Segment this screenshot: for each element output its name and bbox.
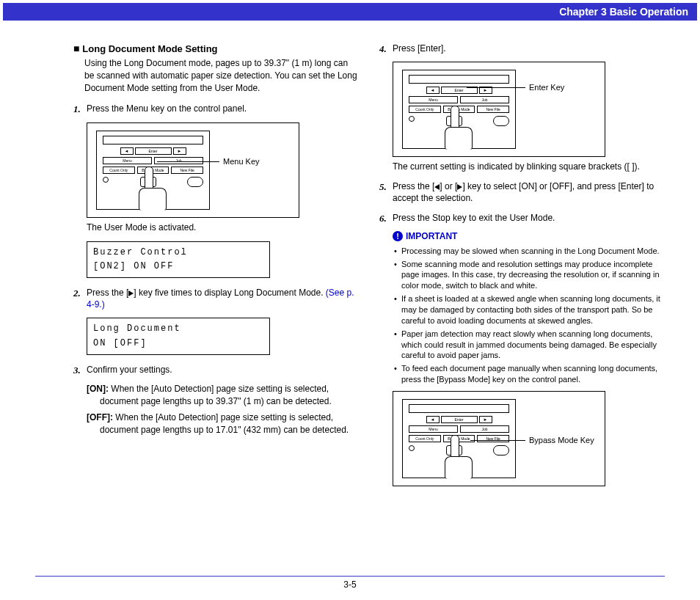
- callout-line: [470, 440, 525, 441]
- step-5: 5. Press the [] or [] key to select [ON]…: [379, 180, 663, 204]
- footer-divider: [35, 576, 665, 577]
- intro-paragraph: Using the Long Document mode, pages up t…: [84, 57, 357, 94]
- important-item: Some scanning mode and resolution settin…: [394, 259, 663, 292]
- callout-label-menu: Menu Key: [223, 157, 260, 166]
- control-panel-figure-2: ◄ Enter ► Menu Job Count Only Bypass Mod…: [393, 62, 605, 157]
- newfile-key: New File: [477, 106, 509, 113]
- led-icon: [103, 177, 109, 183]
- newfile-key: New File: [477, 435, 509, 442]
- lcd-screen: [103, 136, 203, 144]
- lcd-screen: [409, 404, 509, 413]
- left-arrow-key: ◄: [426, 416, 440, 423]
- lcd-line-2: ON [OFF]: [93, 337, 263, 351]
- step-2: 2. Press the [] key five times to displa…: [73, 287, 357, 310]
- left-arrow-key: ◄: [426, 87, 440, 94]
- important-item: To feed each document page manually when…: [394, 363, 663, 385]
- job-key: Job: [460, 96, 509, 103]
- step-text-a: Press the [: [393, 181, 434, 191]
- square-bullet-icon: ■: [73, 43, 82, 54]
- lcd-screen: [409, 75, 509, 84]
- off-label: [OFF]:: [87, 412, 113, 422]
- step-number: 1.: [73, 103, 81, 116]
- off-definition: [OFF]: When the [Auto Detection] page si…: [100, 411, 357, 436]
- control-panel-figure-1: ◄ Enter ► Menu Job Count Only Bypass Mod…: [87, 122, 299, 218]
- hand-pointer-icon: [443, 435, 473, 479]
- important-label: IMPORTANT: [406, 231, 457, 241]
- page-footer: 3-5: [0, 576, 700, 590]
- important-header: ! IMPORTANT: [393, 231, 663, 241]
- panel-inner: ◄ Enter ► Menu Job Count Only Bypass Mod…: [402, 399, 516, 478]
- menu-key: Menu: [409, 425, 458, 433]
- step-6: 6. Press the Stop key to exit the User M…: [379, 212, 663, 224]
- step-text: Press the Menu key on the control panel.: [87, 103, 247, 114]
- start-button: [187, 177, 203, 187]
- chapter-header: Chapter 3 Basic Operation: [3, 3, 697, 21]
- enter-key: Enter: [441, 416, 478, 423]
- led-icon: [409, 116, 415, 122]
- job-key: Job: [460, 425, 509, 433]
- lcd-display-1: Buzzer Control [ON2] ON OFF: [87, 241, 270, 278]
- step-4: 4. Press [Enter].: [379, 43, 663, 54]
- page-number: 3-5: [343, 579, 356, 590]
- step-text-a: Press the [: [87, 288, 128, 298]
- hand-pointer-icon: [137, 167, 167, 211]
- important-icon: !: [393, 231, 403, 241]
- right-arrow-key: ►: [479, 416, 492, 423]
- step-number: 3.: [73, 364, 81, 377]
- important-item: Paper jam detection may react slowly whe…: [394, 329, 663, 362]
- step-number: 5.: [379, 180, 387, 194]
- callout-label-enter: Enter Key: [529, 83, 564, 92]
- step-text-b: ] or [: [440, 181, 457, 191]
- callout-line: [157, 161, 219, 162]
- right-arrow-key: ►: [173, 147, 186, 155]
- panel-inner: ◄ Enter ► Menu Job Count Only Bypass Mod…: [402, 70, 516, 149]
- callout-line: [467, 87, 525, 88]
- menu-key: Menu: [409, 96, 458, 103]
- start-button: [493, 116, 509, 126]
- lcd-line-1: Long Document: [93, 322, 263, 336]
- left-column: ■ Long Document Mode Setting Using the L…: [73, 43, 357, 491]
- figure-caption-2: The current setting is indicated by blin…: [393, 161, 663, 172]
- important-item: If a sheet is loaded at a skewed angle w…: [394, 293, 663, 326]
- on-definition: [ON]: When the [Auto Detection] page siz…: [100, 383, 357, 408]
- step-3: 3. Confirm your settings.: [73, 364, 357, 376]
- menu-key: Menu: [103, 157, 152, 164]
- lcd-display-2: Long Document ON [OFF]: [87, 318, 270, 354]
- step-text: Press the Stop key to exit the User Mode…: [393, 213, 555, 223]
- enter-key: Enter: [135, 147, 172, 155]
- step-text: Confirm your settings.: [87, 365, 172, 375]
- count-key: Count Only: [409, 435, 441, 442]
- job-key: Job: [154, 157, 203, 164]
- step-1: 1. Press the Menu key on the control pan…: [73, 103, 357, 114]
- control-panel-figure-3: ◄ Enter ► Menu Job Count Only Bypass Mod…: [393, 391, 605, 486]
- start-button: [493, 445, 509, 456]
- step-number: 6.: [379, 212, 387, 225]
- on-text: When the [Auto Detection] page size sett…: [100, 384, 332, 406]
- step-number: 2.: [73, 287, 81, 300]
- step-number: 4.: [379, 43, 387, 56]
- lcd-line-2: [ON2] ON OFF: [93, 260, 263, 274]
- heading-text: Long Document Mode Setting: [82, 43, 217, 54]
- step-text-b: ] key five times to display Long Documen…: [134, 288, 325, 298]
- left-arrow-key: ◄: [120, 147, 134, 155]
- figure-caption-1: The User Mode is activated.: [87, 222, 357, 233]
- count-key: Count Only: [409, 106, 441, 113]
- important-item: Processing may be slowed when scanning i…: [394, 246, 663, 257]
- page-body: ■ Long Document Mode Setting Using the L…: [0, 21, 700, 498]
- led-icon: [409, 445, 415, 451]
- on-label: [ON]:: [87, 384, 109, 394]
- callout-label-bypass: Bypass Mode Key: [529, 436, 594, 444]
- hand-pointer-icon: [443, 106, 473, 150]
- newfile-key: New File: [171, 167, 203, 174]
- step-text: Press [Enter].: [393, 43, 446, 54]
- panel-inner: ◄ Enter ► Menu Job Count Only Bypass Mod…: [96, 131, 210, 210]
- section-heading: ■ Long Document Mode Setting: [73, 43, 357, 54]
- right-column: 4. Press [Enter]. ◄ Enter ► Menu Job Cou…: [379, 43, 663, 491]
- lcd-line-1: Buzzer Control: [93, 246, 263, 260]
- off-text: When the [Auto Detection] page size sett…: [100, 412, 349, 435]
- important-list: Processing may be slowed when scanning i…: [394, 246, 663, 385]
- count-key: Count Only: [103, 167, 135, 174]
